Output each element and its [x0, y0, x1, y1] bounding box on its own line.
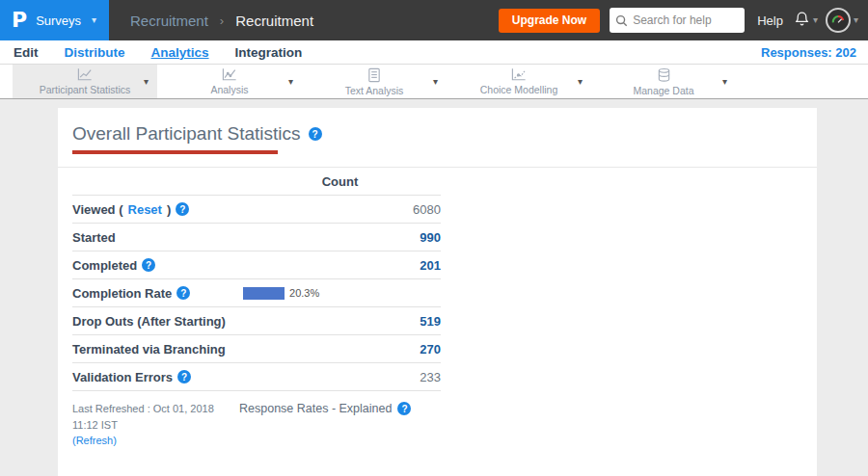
- gauge-icon: [830, 13, 846, 28]
- row-label: Terminated via Branching: [72, 342, 226, 357]
- toolbar-item-label: Participant Statistics: [40, 84, 131, 95]
- upgrade-now-button[interactable]: Upgrade Now: [499, 9, 600, 33]
- toolbar-item-label: Manage Data: [633, 85, 693, 96]
- row-label: Viewed (: [72, 202, 123, 217]
- red-annotation-underline: [72, 150, 278, 154]
- toolbar-item-choice-modelling[interactable]: Choice Modelling ▾: [447, 65, 591, 98]
- row-value: 233: [239, 370, 441, 384]
- account-menu[interactable]: ▾: [826, 8, 858, 33]
- completion-rate-percent: 20.3%: [289, 287, 319, 299]
- chevron-down-icon[interactable]: ▾: [578, 75, 583, 86]
- tab-distribute[interactable]: Distribute: [65, 45, 125, 60]
- help-icon[interactable]: ?: [309, 127, 322, 141]
- questionpro-logo: P: [12, 10, 27, 31]
- top-bar: P Surveys ▾ Recruitment › Recruitment Up…: [0, 0, 868, 40]
- chevron-down-icon: ▾: [854, 15, 858, 25]
- help-icon[interactable]: ?: [177, 370, 191, 383]
- table-row-completion-rate: Completion Rate ? 20.3%: [72, 279, 441, 307]
- chevron-down-icon: ▾: [92, 15, 96, 25]
- help-icon[interactable]: ?: [142, 258, 155, 272]
- participant-statistics-table: Count Viewed ( Reset ) ? 6080 Started 99…: [72, 168, 441, 391]
- last-refreshed-text: Last Refreshed : Oct 01, 2018 11:12 IST: [72, 401, 239, 433]
- help-icon[interactable]: ?: [176, 202, 189, 216]
- analytics-toolbar: Participant Statistics ▾ Analysis ▾ Text…: [0, 65, 868, 99]
- search-input[interactable]: [610, 8, 745, 33]
- document-icon: [367, 67, 381, 83]
- row-label: Completed: [72, 258, 137, 273]
- analysis-chart-icon: [221, 67, 238, 82]
- chevron-down-icon[interactable]: ▾: [144, 75, 149, 86]
- table-row-viewed: Viewed ( Reset ) ? 6080: [72, 196, 441, 224]
- participant-statistics-card: Overall Participant Statistics ? Count V…: [58, 108, 817, 476]
- row-label: Drop Outs (After Starting): [72, 314, 226, 329]
- table-row-completed: Completed ? 201: [72, 251, 441, 279]
- completion-rate-bar-fill: [243, 287, 285, 300]
- breadcrumb: Recruitment › Recruitment: [130, 13, 313, 29]
- surveys-menu[interactable]: P Surveys ▾: [0, 0, 109, 40]
- survey-tab-bar: Edit Distribute Analytics Integration Re…: [0, 40, 868, 65]
- breadcrumb-separator-icon: ›: [220, 13, 224, 28]
- toolbar-item-analysis[interactable]: Analysis ▾: [157, 65, 302, 98]
- toolbar-item-label: Analysis: [210, 84, 248, 95]
- toolbar-item-manage-data[interactable]: Manage Data ▾: [591, 65, 736, 98]
- chevron-down-icon[interactable]: ▾: [288, 75, 293, 86]
- row-value: 6080: [239, 202, 441, 217]
- surveys-menu-label: Surveys: [36, 13, 81, 28]
- table-row-drop-outs: Drop Outs (After Starting) 519: [72, 307, 441, 335]
- row-value[interactable]: 270: [239, 342, 441, 357]
- help-icon[interactable]: ?: [397, 402, 411, 415]
- chevron-down-icon[interactable]: ▾: [722, 75, 727, 86]
- chevron-down-icon[interactable]: ▾: [433, 75, 438, 86]
- toolbar-item-label: Choice Modelling: [480, 84, 558, 95]
- topbar-right-group: Upgrade Now Help ▾ ▾: [499, 8, 868, 33]
- help-search: [610, 8, 745, 33]
- row-value[interactable]: 990: [239, 230, 441, 245]
- row-label: Started: [72, 230, 116, 245]
- row-label-suffix: ): [167, 202, 171, 217]
- table-row-started: Started 990: [72, 224, 441, 251]
- table-row-terminated: Terminated via Branching 270: [72, 335, 441, 363]
- tab-analytics[interactable]: Analytics: [151, 45, 209, 60]
- database-icon: [657, 67, 671, 83]
- reset-link[interactable]: Reset: [128, 202, 162, 217]
- help-link[interactable]: Help: [757, 13, 783, 28]
- breadcrumb-parent[interactable]: Recruitment: [130, 13, 208, 29]
- row-value[interactable]: 519: [239, 314, 441, 329]
- responses-count[interactable]: Responses: 202: [761, 45, 856, 60]
- toolbar-item-text-analysis[interactable]: Text Analysis ▾: [302, 65, 447, 98]
- help-icon[interactable]: ?: [176, 286, 190, 300]
- table-row-validation-errors: Validation Errors ? 233: [72, 363, 441, 391]
- line-chart-icon: [76, 67, 94, 82]
- tab-edit[interactable]: Edit: [14, 45, 39, 60]
- refresh-link[interactable]: (Refresh): [72, 433, 239, 449]
- row-value[interactable]: 201: [239, 258, 441, 273]
- response-rates-explained-label: Response Rates - Explained: [239, 402, 392, 415]
- toolbar-item-participant-statistics[interactable]: Participant Statistics ▾: [13, 65, 157, 98]
- breadcrumb-current: Recruitment: [235, 13, 313, 29]
- table-footer: Last Refreshed : Oct 01, 2018 11:12 IST …: [72, 401, 802, 449]
- page-title: Overall Participant Statistics: [72, 123, 301, 145]
- search-icon: [615, 13, 628, 31]
- toolbar-item-label: Text Analysis: [345, 85, 404, 96]
- notifications-menu[interactable]: ▾: [794, 11, 818, 31]
- avatar: [826, 8, 851, 33]
- row-label: Completion Rate: [72, 286, 172, 301]
- row-label: Validation Errors: [72, 370, 173, 384]
- page-background: Overall Participant Statistics ? Count V…: [0, 108, 868, 476]
- count-column-header: Count: [239, 174, 441, 189]
- bell-icon: [794, 11, 810, 31]
- tab-integration[interactable]: Integration: [235, 45, 303, 60]
- scatter-chart-icon: [510, 67, 528, 82]
- table-header-row: Count: [72, 168, 441, 196]
- chevron-down-icon: ▾: [813, 15, 818, 25]
